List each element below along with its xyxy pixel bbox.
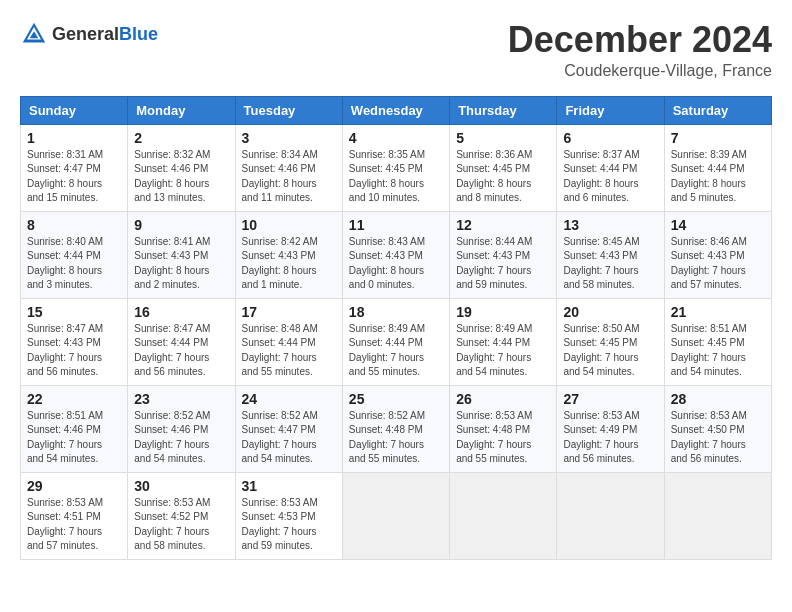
calendar-day-cell: 7Sunrise: 8:39 AM Sunset: 4:44 PM Daylig… bbox=[664, 124, 771, 211]
day-number: 29 bbox=[27, 478, 121, 494]
day-number: 15 bbox=[27, 304, 121, 320]
day-info: Sunrise: 8:31 AM Sunset: 4:47 PM Dayligh… bbox=[27, 148, 121, 206]
day-info: Sunrise: 8:40 AM Sunset: 4:44 PM Dayligh… bbox=[27, 235, 121, 293]
calendar-day-cell: 18Sunrise: 8:49 AM Sunset: 4:44 PM Dayli… bbox=[342, 298, 449, 385]
day-number: 22 bbox=[27, 391, 121, 407]
calendar-day-cell bbox=[450, 472, 557, 559]
calendar-day-cell: 31Sunrise: 8:53 AM Sunset: 4:53 PM Dayli… bbox=[235, 472, 342, 559]
header-monday: Monday bbox=[128, 96, 235, 124]
day-number: 19 bbox=[456, 304, 550, 320]
calendar-day-cell: 26Sunrise: 8:53 AM Sunset: 4:48 PM Dayli… bbox=[450, 385, 557, 472]
calendar-day-cell: 22Sunrise: 8:51 AM Sunset: 4:46 PM Dayli… bbox=[21, 385, 128, 472]
calendar-day-cell: 3Sunrise: 8:34 AM Sunset: 4:46 PM Daylig… bbox=[235, 124, 342, 211]
day-number: 6 bbox=[563, 130, 657, 146]
day-info: Sunrise: 8:53 AM Sunset: 4:52 PM Dayligh… bbox=[134, 496, 228, 554]
day-number: 18 bbox=[349, 304, 443, 320]
day-info: Sunrise: 8:36 AM Sunset: 4:45 PM Dayligh… bbox=[456, 148, 550, 206]
day-number: 7 bbox=[671, 130, 765, 146]
calendar-day-cell: 30Sunrise: 8:53 AM Sunset: 4:52 PM Dayli… bbox=[128, 472, 235, 559]
header-wednesday: Wednesday bbox=[342, 96, 449, 124]
calendar-day-cell: 9Sunrise: 8:41 AM Sunset: 4:43 PM Daylig… bbox=[128, 211, 235, 298]
calendar-day-cell: 16Sunrise: 8:47 AM Sunset: 4:44 PM Dayli… bbox=[128, 298, 235, 385]
calendar-day-cell: 11Sunrise: 8:43 AM Sunset: 4:43 PM Dayli… bbox=[342, 211, 449, 298]
day-info: Sunrise: 8:34 AM Sunset: 4:46 PM Dayligh… bbox=[242, 148, 336, 206]
day-info: Sunrise: 8:52 AM Sunset: 4:46 PM Dayligh… bbox=[134, 409, 228, 467]
calendar-day-cell: 29Sunrise: 8:53 AM Sunset: 4:51 PM Dayli… bbox=[21, 472, 128, 559]
day-number: 17 bbox=[242, 304, 336, 320]
day-info: Sunrise: 8:51 AM Sunset: 4:45 PM Dayligh… bbox=[671, 322, 765, 380]
calendar-day-cell: 8Sunrise: 8:40 AM Sunset: 4:44 PM Daylig… bbox=[21, 211, 128, 298]
day-info: Sunrise: 8:41 AM Sunset: 4:43 PM Dayligh… bbox=[134, 235, 228, 293]
day-info: Sunrise: 8:42 AM Sunset: 4:43 PM Dayligh… bbox=[242, 235, 336, 293]
calendar-header-row: Sunday Monday Tuesday Wednesday Thursday… bbox=[21, 96, 772, 124]
day-info: Sunrise: 8:53 AM Sunset: 4:48 PM Dayligh… bbox=[456, 409, 550, 467]
day-info: Sunrise: 8:47 AM Sunset: 4:44 PM Dayligh… bbox=[134, 322, 228, 380]
day-number: 13 bbox=[563, 217, 657, 233]
calendar-day-cell: 4Sunrise: 8:35 AM Sunset: 4:45 PM Daylig… bbox=[342, 124, 449, 211]
day-info: Sunrise: 8:53 AM Sunset: 4:49 PM Dayligh… bbox=[563, 409, 657, 467]
day-info: Sunrise: 8:37 AM Sunset: 4:44 PM Dayligh… bbox=[563, 148, 657, 206]
day-number: 14 bbox=[671, 217, 765, 233]
day-number: 23 bbox=[134, 391, 228, 407]
calendar-day-cell: 14Sunrise: 8:46 AM Sunset: 4:43 PM Dayli… bbox=[664, 211, 771, 298]
header-tuesday: Tuesday bbox=[235, 96, 342, 124]
calendar-day-cell: 10Sunrise: 8:42 AM Sunset: 4:43 PM Dayli… bbox=[235, 211, 342, 298]
day-number: 16 bbox=[134, 304, 228, 320]
header-saturday: Saturday bbox=[664, 96, 771, 124]
calendar-day-cell: 2Sunrise: 8:32 AM Sunset: 4:46 PM Daylig… bbox=[128, 124, 235, 211]
day-info: Sunrise: 8:52 AM Sunset: 4:48 PM Dayligh… bbox=[349, 409, 443, 467]
day-info: Sunrise: 8:45 AM Sunset: 4:43 PM Dayligh… bbox=[563, 235, 657, 293]
calendar-week-row: 15Sunrise: 8:47 AM Sunset: 4:43 PM Dayli… bbox=[21, 298, 772, 385]
day-info: Sunrise: 8:49 AM Sunset: 4:44 PM Dayligh… bbox=[349, 322, 443, 380]
calendar-day-cell: 6Sunrise: 8:37 AM Sunset: 4:44 PM Daylig… bbox=[557, 124, 664, 211]
day-number: 5 bbox=[456, 130, 550, 146]
header-sunday: Sunday bbox=[21, 96, 128, 124]
day-number: 8 bbox=[27, 217, 121, 233]
calendar-week-row: 29Sunrise: 8:53 AM Sunset: 4:51 PM Dayli… bbox=[21, 472, 772, 559]
day-info: Sunrise: 8:39 AM Sunset: 4:44 PM Dayligh… bbox=[671, 148, 765, 206]
calendar-week-row: 8Sunrise: 8:40 AM Sunset: 4:44 PM Daylig… bbox=[21, 211, 772, 298]
day-number: 30 bbox=[134, 478, 228, 494]
day-number: 4 bbox=[349, 130, 443, 146]
day-info: Sunrise: 8:51 AM Sunset: 4:46 PM Dayligh… bbox=[27, 409, 121, 467]
page-header: GeneralBlue December 2024 Coudekerque-Vi… bbox=[20, 20, 772, 80]
calendar-day-cell: 19Sunrise: 8:49 AM Sunset: 4:44 PM Dayli… bbox=[450, 298, 557, 385]
day-number: 2 bbox=[134, 130, 228, 146]
day-info: Sunrise: 8:53 AM Sunset: 4:51 PM Dayligh… bbox=[27, 496, 121, 554]
calendar-day-cell bbox=[664, 472, 771, 559]
day-number: 28 bbox=[671, 391, 765, 407]
calendar-week-row: 22Sunrise: 8:51 AM Sunset: 4:46 PM Dayli… bbox=[21, 385, 772, 472]
calendar-week-row: 1Sunrise: 8:31 AM Sunset: 4:47 PM Daylig… bbox=[21, 124, 772, 211]
day-number: 25 bbox=[349, 391, 443, 407]
calendar-day-cell: 13Sunrise: 8:45 AM Sunset: 4:43 PM Dayli… bbox=[557, 211, 664, 298]
day-info: Sunrise: 8:44 AM Sunset: 4:43 PM Dayligh… bbox=[456, 235, 550, 293]
logo-icon bbox=[20, 20, 48, 48]
day-info: Sunrise: 8:50 AM Sunset: 4:45 PM Dayligh… bbox=[563, 322, 657, 380]
day-info: Sunrise: 8:35 AM Sunset: 4:45 PM Dayligh… bbox=[349, 148, 443, 206]
calendar-day-cell: 21Sunrise: 8:51 AM Sunset: 4:45 PM Dayli… bbox=[664, 298, 771, 385]
day-number: 31 bbox=[242, 478, 336, 494]
day-number: 26 bbox=[456, 391, 550, 407]
day-info: Sunrise: 8:53 AM Sunset: 4:53 PM Dayligh… bbox=[242, 496, 336, 554]
calendar-day-cell: 5Sunrise: 8:36 AM Sunset: 4:45 PM Daylig… bbox=[450, 124, 557, 211]
day-info: Sunrise: 8:32 AM Sunset: 4:46 PM Dayligh… bbox=[134, 148, 228, 206]
day-number: 3 bbox=[242, 130, 336, 146]
day-number: 27 bbox=[563, 391, 657, 407]
calendar-day-cell: 28Sunrise: 8:53 AM Sunset: 4:50 PM Dayli… bbox=[664, 385, 771, 472]
day-number: 11 bbox=[349, 217, 443, 233]
day-info: Sunrise: 8:47 AM Sunset: 4:43 PM Dayligh… bbox=[27, 322, 121, 380]
calendar-day-cell bbox=[557, 472, 664, 559]
calendar-day-cell: 23Sunrise: 8:52 AM Sunset: 4:46 PM Dayli… bbox=[128, 385, 235, 472]
day-number: 10 bbox=[242, 217, 336, 233]
calendar-day-cell: 27Sunrise: 8:53 AM Sunset: 4:49 PM Dayli… bbox=[557, 385, 664, 472]
header-friday: Friday bbox=[557, 96, 664, 124]
calendar-day-cell: 17Sunrise: 8:48 AM Sunset: 4:44 PM Dayli… bbox=[235, 298, 342, 385]
day-number: 12 bbox=[456, 217, 550, 233]
title-section: December 2024 Coudekerque-Village, Franc… bbox=[508, 20, 772, 80]
day-info: Sunrise: 8:48 AM Sunset: 4:44 PM Dayligh… bbox=[242, 322, 336, 380]
day-info: Sunrise: 8:46 AM Sunset: 4:43 PM Dayligh… bbox=[671, 235, 765, 293]
location: Coudekerque-Village, France bbox=[508, 62, 772, 80]
logo: GeneralBlue bbox=[20, 20, 158, 48]
day-number: 20 bbox=[563, 304, 657, 320]
day-number: 1 bbox=[27, 130, 121, 146]
